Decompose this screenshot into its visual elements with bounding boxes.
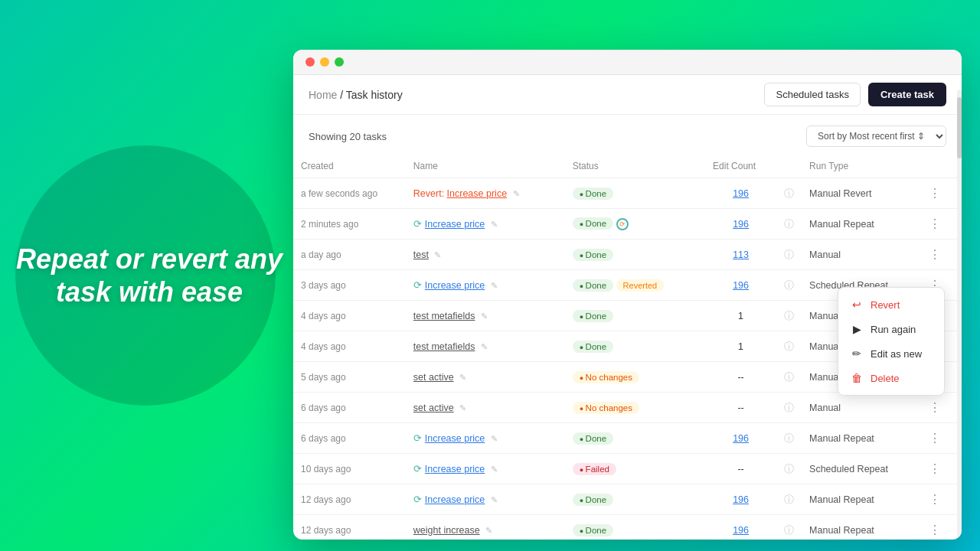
cell-name: test metafields ✎ (406, 331, 565, 362)
row-menu-button[interactable]: ⋮ (924, 184, 946, 202)
cell-status: No changes (565, 362, 705, 393)
edit-name-icon[interactable]: ✎ (459, 373, 466, 383)
row-menu-button[interactable]: ⋮ (924, 246, 946, 263)
info-icon[interactable]: ⓘ (784, 249, 794, 260)
edit-count: -- (737, 403, 743, 413)
task-name-link[interactable]: set active (413, 372, 454, 383)
edit-name-icon[interactable]: ✎ (491, 495, 498, 505)
row-menu-button[interactable]: ⋮ (924, 521, 946, 539)
edit-count-link[interactable]: 196 (733, 433, 749, 444)
task-name-link[interactable]: Increase price (425, 280, 485, 291)
info-icon[interactable]: ⓘ (784, 341, 794, 352)
cell-status: Done (565, 484, 705, 515)
context-menu-label: Revert (871, 299, 900, 311)
context-menu-label: Run again (871, 324, 916, 335)
repeat-icon: ⟳ (413, 494, 422, 505)
row-menu-button[interactable]: ⋮ (924, 460, 946, 478)
col-run-type (776, 155, 802, 178)
table-row: 12 days ago⟳Increase price ✎ Done196ⓘMan… (293, 484, 962, 515)
edit-name-icon[interactable]: ✎ (481, 342, 488, 352)
row-menu-button[interactable]: ⋮ (924, 399, 946, 416)
info-icon[interactable]: ⓘ (784, 187, 794, 199)
edit-name-icon[interactable]: ✎ (434, 250, 441, 260)
info-icon[interactable]: ⓘ (784, 432, 794, 444)
sort-select[interactable]: Sort by Most recent first ⇕ (806, 126, 946, 147)
edit-count-link[interactable]: 196 (733, 188, 749, 199)
cell-name: test metafields ✎ (406, 301, 565, 331)
edit-name-icon[interactable]: ✎ (513, 189, 520, 199)
task-name-link[interactable]: Increase price (425, 494, 485, 505)
task-name-link[interactable]: test metafields (413, 311, 475, 321)
cell-run-type: Manual (802, 393, 916, 423)
hero-panel: Repeat or revert any task with ease (0, 0, 299, 551)
cell-name: ⟳Increase price ✎ (406, 209, 565, 240)
context-menu-label: Edit as new (871, 348, 922, 360)
create-task-button[interactable]: Create task (868, 83, 946, 106)
cell-menu: ⋮ (916, 423, 962, 454)
edit-count-link[interactable]: 196 (733, 525, 749, 536)
info-icon[interactable]: ⓘ (784, 463, 794, 474)
info-icon[interactable]: ⓘ (784, 402, 794, 413)
edit-count-link[interactable]: 196 (733, 219, 749, 230)
minimize-button[interactable] (320, 57, 329, 67)
edit-name-icon[interactable]: ✎ (481, 311, 488, 321)
col-created: Created (293, 155, 406, 178)
breadcrumb-current: Task history (346, 89, 403, 101)
header-buttons: Scheduled tasks Create task (764, 83, 946, 106)
edit-name-icon[interactable]: ✎ (491, 281, 498, 291)
task-name-link[interactable]: weight increase (413, 525, 480, 536)
hero-text: Repeat or revert any task with ease (0, 227, 299, 324)
info-icon[interactable]: ⓘ (784, 279, 794, 291)
cell-info: ⓘ (776, 423, 802, 454)
edit-count-link[interactable]: 196 (733, 494, 749, 505)
row-menu-button[interactable]: ⋮ (924, 491, 946, 508)
maximize-button[interactable] (335, 57, 344, 67)
context-menu-item[interactable]: ▶Run again (838, 317, 944, 341)
cell-menu: ⋮ (916, 484, 962, 515)
task-name-link[interactable]: Increase price (447, 188, 508, 199)
cell-info: ⓘ (776, 454, 802, 484)
cell-run-type: Manual (802, 240, 916, 270)
edit-name-icon[interactable]: ✎ (485, 526, 492, 536)
close-button[interactable] (305, 57, 315, 67)
info-icon[interactable]: ⓘ (784, 218, 794, 230)
edit-name-icon[interactable]: ✎ (491, 465, 498, 474)
context-menu-item[interactable]: ✏Edit as new (838, 341, 944, 366)
info-icon[interactable]: ⓘ (784, 371, 794, 383)
task-name-link[interactable]: test (413, 249, 429, 260)
status-badge: Done (573, 341, 613, 353)
task-name-link[interactable]: Increase price (425, 219, 485, 230)
edit-count-link[interactable]: 113 (733, 249, 749, 260)
info-icon[interactable]: ⓘ (784, 524, 794, 536)
table-header-bar: Showing 20 tasks Sort by Most recent fir… (293, 115, 962, 155)
task-name-link[interactable]: Increase price (425, 433, 485, 444)
row-menu-button[interactable]: ⋮ (924, 215, 946, 233)
cell-menu: ⋮ (916, 393, 962, 423)
info-icon[interactable]: ⓘ (784, 494, 794, 505)
breadcrumb-home[interactable]: Home (309, 89, 337, 101)
context-menu-item[interactable]: ↩Revert (838, 292, 944, 317)
showing-count: Showing 20 tasks (309, 131, 387, 142)
edit-name-icon[interactable]: ✎ (459, 403, 466, 413)
col-run-type-label: Run Type (802, 155, 916, 178)
task-name-link[interactable]: test metafields (413, 341, 475, 352)
task-name-link[interactable]: set active (413, 403, 454, 413)
edit-count-link[interactable]: 196 (733, 280, 749, 291)
task-name-link[interactable]: Increase price (425, 464, 485, 474)
status-badge: Done (573, 217, 613, 230)
col-name: Name (406, 155, 565, 178)
context-menu-item[interactable]: 🗑Delete (838, 366, 944, 390)
edit-name-icon[interactable]: ✎ (491, 434, 498, 444)
cell-created: 2 minutes ago (293, 209, 406, 240)
cell-created: 4 days ago (293, 301, 406, 331)
scheduled-tasks-button[interactable]: Scheduled tasks (764, 83, 860, 106)
app-window: Home / Task history Scheduled tasks Crea… (293, 50, 962, 540)
status-badge: Done (573, 494, 613, 506)
scrollbar-track[interactable] (957, 90, 962, 540)
cell-created: 5 days ago (293, 362, 406, 393)
edit-name-icon[interactable]: ✎ (491, 220, 498, 230)
cell-info: ⓘ (776, 484, 802, 515)
cell-edit-count: -- (705, 454, 776, 484)
row-menu-button[interactable]: ⋮ (924, 429, 946, 447)
info-icon[interactable]: ⓘ (784, 310, 794, 321)
